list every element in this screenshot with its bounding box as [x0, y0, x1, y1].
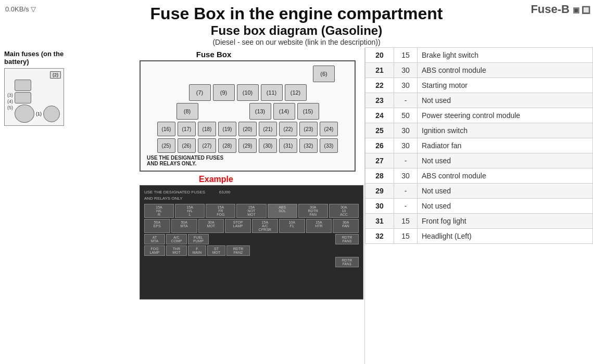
fuse-b-logo-top: Fuse-B ▣ 🔲	[531, 3, 590, 16]
fuse-24: (24)	[320, 122, 338, 136]
fuse-7: (7)	[189, 84, 211, 101]
fuse-number: 21	[365, 63, 394, 78]
fuse-note: USE THE DESIGNATED FUSESAND RELAYS ONLY.	[145, 155, 350, 166]
fuse-25: (25)	[157, 138, 175, 153]
battery-fuse-diagram: (2) (3) (4) (5) (1)	[4, 68, 64, 126]
table-row: 30-Not used	[365, 199, 593, 214]
fuse-32: (32)	[299, 138, 318, 153]
page-header: Fuse Box in the engine compartment Fuse …	[0, 0, 593, 47]
fuse-amperage: 50	[394, 108, 418, 123]
fuse-amperage: 30	[394, 63, 418, 78]
fuse-amperage: 30	[394, 138, 418, 153]
bat-label-4: (4)	[7, 99, 13, 104]
fuse-amperage: 30	[394, 168, 418, 184]
fuse-30: (30)	[259, 138, 277, 153]
fuse-box-diagram: (6) (7) (9) (10) (11) (12) (8) (13)	[140, 60, 356, 172]
right-panel: 2015Brake light switch2130ABS control mo…	[364, 47, 593, 364]
fuse-22: (22)	[279, 122, 297, 136]
fuse-27: (27)	[198, 138, 216, 153]
fuse-19: (19)	[218, 122, 236, 136]
example-label: Example	[72, 175, 360, 184]
fuse-description: Not used	[418, 199, 593, 214]
fuse-15: (15)	[297, 103, 319, 120]
bat-label-1: (1)	[36, 111, 42, 116]
fuse-11: (11)	[261, 84, 283, 101]
table-row: 2015Brake light switch	[365, 48, 593, 63]
fuse-20: (20)	[238, 122, 257, 136]
main-layout: Main fuses (on the battery) (2) (3) (4) …	[0, 47, 593, 364]
fuse-description: Power steering control module	[418, 108, 593, 123]
page-title: Fuse Box in the engine compartment	[0, 4, 593, 23]
left-panel: Main fuses (on the battery) (2) (3) (4) …	[0, 47, 364, 364]
fuse-8: (8)	[176, 103, 198, 120]
fuse-description: Not used	[418, 153, 593, 168]
fuse-description: Radiator fan	[418, 138, 593, 153]
page-subtitle: Fuse box diagram (Gasoline)	[0, 23, 593, 38]
bat-circ-round-2	[43, 106, 60, 122]
fuse-number: 27	[365, 153, 394, 168]
main-fuses-title: Main fuses (on the battery)	[4, 50, 69, 66]
example-image: USE THE DESIGNATED FUSES 63J00 AND RELAY…	[140, 185, 363, 300]
fuse-28: (28)	[218, 138, 236, 153]
battery-section: Main fuses (on the battery) (2) (3) (4) …	[4, 50, 72, 172]
fuse-description: Not used	[418, 184, 593, 199]
table-row: 2530Ignition switch	[365, 123, 593, 138]
table-row: 29-Not used	[365, 184, 593, 199]
fuse-description: Brake light switch	[418, 48, 593, 63]
fuse-amperage: -	[394, 199, 418, 214]
bat-num-2: (2)	[50, 71, 61, 79]
fuse-33: (33)	[320, 138, 338, 153]
fuse-number: 32	[365, 229, 394, 244]
fuse-16: (16)	[157, 122, 175, 136]
fuse-12: (12)	[285, 84, 307, 101]
bat-labels: (3) (4) (5)	[7, 93, 13, 110]
fuse-26: (26)	[178, 138, 196, 153]
table-row: 2450Power steering control module	[365, 108, 593, 123]
table-row: 3115Front fog light	[365, 214, 593, 229]
bat-circ-round-1	[15, 105, 34, 123]
fuse-number: 22	[365, 78, 394, 93]
fuse-amperage: -	[394, 184, 418, 199]
table-row: 2830ABS control module	[365, 168, 593, 184]
table-row: 2130ABS control module	[365, 63, 593, 78]
watermark-left: Fuse-Bo	[14, 360, 96, 364]
table-row: 3215Headlight (Left)	[365, 229, 593, 244]
fuse-29: (29)	[238, 138, 257, 153]
fuse-17: (17)	[178, 122, 196, 136]
left-top: Main fuses (on the battery) (2) (3) (4) …	[4, 50, 360, 172]
fuse-amperage: -	[394, 93, 418, 108]
bat-label-3: (3)	[7, 93, 13, 98]
fuse-description: ABS control module	[418, 63, 593, 78]
fuse-amperage: -	[394, 153, 418, 168]
fuse-number: 24	[365, 108, 394, 123]
fuse-9: (9)	[213, 84, 235, 101]
fuse-21: (21)	[259, 122, 277, 136]
fuse-number: 28	[365, 168, 394, 184]
fuse-amperage: 15	[394, 48, 418, 63]
table-row: 2630Radiator fan	[365, 138, 593, 153]
fuse-description: Ignition switch	[418, 123, 593, 138]
fuse-description: Front fog light	[418, 214, 593, 229]
fuse-amperage: 15	[394, 229, 418, 244]
fuse-table: 2015Brake light switch2130ABS control mo…	[365, 47, 593, 244]
fuse-number: 23	[365, 93, 394, 108]
fuse-6: (6)	[313, 66, 335, 82]
fuse-description: Not used	[418, 93, 593, 108]
fuse-amperage: 15	[394, 214, 418, 229]
bat-label-5: (5)	[7, 105, 13, 110]
fuse-number: 31	[365, 214, 394, 229]
fuse-14: (14)	[273, 103, 295, 120]
bat-circ-2	[15, 92, 31, 103]
fuse-31: (31)	[279, 138, 297, 153]
fuse-box-section: Fuse Box (6) (7) (9) (10) (11) (12)	[72, 50, 356, 172]
bat-circ-1	[15, 80, 31, 91]
fuse-13: (13)	[249, 103, 271, 120]
example-section: Example USE THE DESIGNATED FUSES 63J00 A…	[4, 175, 360, 300]
table-row: 23-Not used	[365, 93, 593, 108]
fuse-description: Starting motor	[418, 78, 593, 93]
fuse-number: 30	[365, 199, 394, 214]
fuse-amperage: 30	[394, 78, 418, 93]
fuse-amperage: 30	[394, 123, 418, 138]
bat-circles: (1)	[15, 80, 60, 123]
fuse-number: 26	[365, 138, 394, 153]
